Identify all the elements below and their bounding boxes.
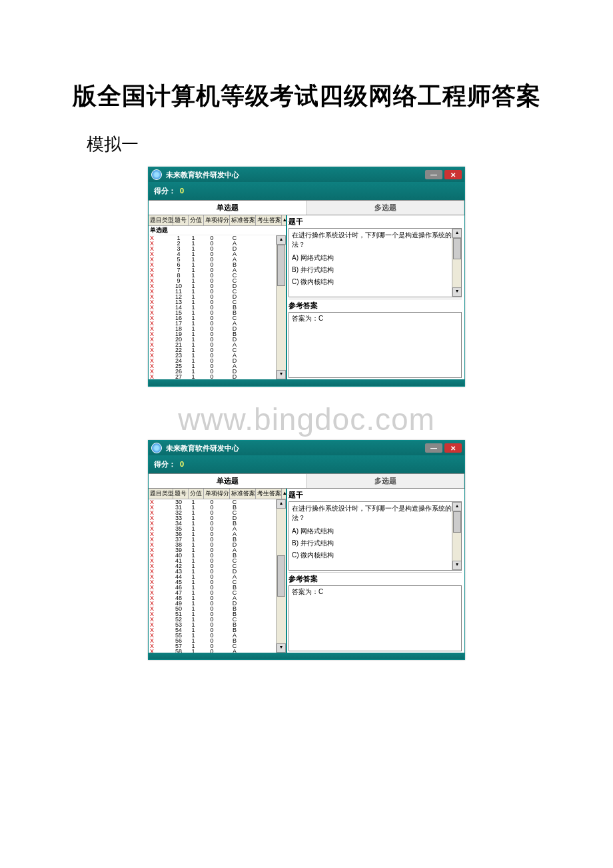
answer-text: 答案为：C — [292, 315, 323, 322]
scroll-up-icon[interactable]: ▴ — [452, 502, 462, 511]
table-row[interactable]: X5110B — [149, 611, 286, 617]
table-row[interactable]: X4510C — [149, 579, 286, 585]
table-row[interactable]: X310D — [149, 246, 286, 251]
table-row[interactable]: X1010D — [149, 283, 286, 289]
table-row[interactable]: X5810A — [149, 649, 286, 653]
close-button[interactable]: ✕ — [444, 170, 462, 179]
col-score[interactable]: 分值 — [189, 489, 204, 499]
table-row[interactable]: X5010B — [149, 606, 286, 611]
table-row[interactable]: X3510A — [149, 526, 286, 531]
table-row[interactable]: X1610C — [149, 315, 286, 321]
option-b: B) 并行式结构 — [292, 265, 458, 275]
table-row[interactable]: X2310A — [149, 353, 286, 358]
col-score[interactable]: 分值 — [189, 215, 204, 225]
table-row[interactable]: X1710A — [149, 321, 286, 326]
table-row[interactable]: X4910D — [149, 601, 286, 606]
question-scrollbar[interactable]: ▴ ▾ — [452, 229, 462, 297]
col-std[interactable]: 标准答案 — [230, 489, 256, 499]
table-row[interactable]: X3710B — [149, 537, 286, 542]
table-row[interactable]: X4210C — [149, 563, 286, 569]
list-scrollbar[interactable]: ▴ ▾ — [276, 499, 286, 653]
table-row[interactable]: X1210D — [149, 294, 286, 299]
scroll-thumb[interactable] — [277, 245, 285, 286]
table-row[interactable]: X4610B — [149, 585, 286, 590]
table-row[interactable]: X3110B — [149, 505, 286, 510]
scroll-up-icon[interactable]: ▴ — [277, 235, 286, 245]
table-row[interactable]: X5710C — [149, 643, 286, 649]
scroll-up-icon[interactable]: ▴ — [452, 229, 462, 238]
list-scrollbar[interactable]: ▴ ▾ — [276, 235, 286, 379]
app-logo-icon — [151, 169, 162, 180]
table-row[interactable]: X510A — [149, 257, 286, 262]
tab-single-choice[interactable]: 单选题 — [149, 474, 306, 488]
table-row[interactable]: X4810A — [149, 595, 286, 601]
table-row[interactable]: X5510A — [149, 633, 286, 638]
titlebar[interactable]: 未来教育软件研发中心 — ✕ — [149, 441, 464, 455]
scroll-down-icon[interactable]: ▾ — [452, 287, 462, 297]
table-row[interactable]: X3210C — [149, 510, 286, 515]
scroll-thumb[interactable] — [277, 555, 285, 597]
table-row[interactable]: X2510A — [149, 363, 286, 369]
table-row[interactable]: X3010C — [149, 499, 286, 505]
titlebar[interactable]: 未来教育软件研发中心 — ✕ — [149, 167, 464, 182]
col-got[interactable]: 单项得分 — [204, 489, 230, 499]
col-stu[interactable]: 考生答案 — [256, 489, 282, 499]
table-row[interactable]: X1910B — [149, 331, 286, 337]
tab-single-choice[interactable]: 单选题 — [149, 201, 306, 215]
table-row[interactable]: X4410A — [149, 574, 286, 579]
table-row[interactable]: X710A — [149, 267, 286, 273]
table-row[interactable]: X1110C — [149, 289, 286, 294]
scroll-up-icon[interactable]: ▴ — [277, 499, 286, 509]
table-row[interactable]: X2110A — [149, 342, 286, 347]
table-row[interactable]: X1510B — [149, 310, 286, 315]
table-row[interactable]: X3910A — [149, 547, 286, 553]
col-stu[interactable]: 考生答案 — [256, 215, 282, 225]
table-rows[interactable]: X110CX210AX310DX410AX510AX610BX710AX810C… — [149, 235, 286, 379]
table-row[interactable]: X3610A — [149, 531, 286, 537]
question-scrollbar[interactable]: ▴ ▾ — [452, 502, 462, 570]
table-row[interactable]: X4010B — [149, 553, 286, 558]
table-row[interactable]: X3810D — [149, 542, 286, 547]
table-row[interactable]: X110C — [149, 235, 286, 241]
table-row[interactable]: X2710D — [149, 374, 286, 379]
table-row[interactable]: X2610D — [149, 369, 286, 374]
table-row[interactable]: X610B — [149, 262, 286, 267]
scroll-down-icon[interactable]: ▾ — [277, 370, 286, 379]
scroll-down-icon[interactable]: ▾ — [277, 643, 286, 653]
tab-multi-choice[interactable]: 多选题 — [306, 474, 464, 488]
table-row[interactable]: X1410B — [149, 305, 286, 310]
table-row[interactable]: X4710C — [149, 590, 286, 595]
table-row[interactable]: X1310C — [149, 299, 286, 305]
col-num[interactable]: 题号 — [173, 215, 189, 225]
table-row[interactable]: X3410B — [149, 521, 286, 526]
table-row[interactable]: X910C — [149, 278, 286, 283]
score-value: 0 — [180, 187, 184, 195]
table-row[interactable]: X210A — [149, 241, 286, 246]
table-row[interactable]: X4310D — [149, 569, 286, 574]
minimize-button[interactable]: — — [425, 170, 442, 179]
table-row[interactable]: X5210C — [149, 617, 286, 622]
table-row[interactable]: X2210C — [149, 347, 286, 353]
table-row[interactable]: X5610B — [149, 638, 286, 643]
close-button[interactable]: ✕ — [444, 443, 462, 453]
scroll-down-icon[interactable]: ▾ — [452, 561, 462, 570]
scroll-thumb[interactable] — [453, 511, 461, 533]
table-row[interactable]: X410A — [149, 251, 286, 257]
col-got[interactable]: 单项得分 — [204, 215, 230, 225]
col-num[interactable]: 题号 — [173, 489, 189, 499]
table-row[interactable]: X2010D — [149, 337, 286, 342]
table-row[interactable]: X2410D — [149, 358, 286, 363]
table-row[interactable]: X5310B — [149, 622, 286, 627]
table-row[interactable]: X5410B — [149, 627, 286, 633]
tab-multi-choice[interactable]: 多选题 — [306, 201, 464, 215]
table-row[interactable]: X3310D — [149, 515, 286, 521]
col-std[interactable]: 标准答案 — [230, 215, 256, 225]
col-type[interactable]: 题目类型 — [149, 489, 173, 499]
col-type[interactable]: 题目类型 — [149, 215, 173, 225]
minimize-button[interactable]: — — [425, 443, 442, 453]
table-row[interactable]: X1810D — [149, 326, 286, 331]
scroll-thumb[interactable] — [453, 238, 461, 259]
table-rows[interactable]: X3010CX3110BX3210CX3310DX3410BX3510AX361… — [149, 499, 286, 653]
table-row[interactable]: X4110C — [149, 558, 286, 563]
table-row[interactable]: X810C — [149, 273, 286, 278]
